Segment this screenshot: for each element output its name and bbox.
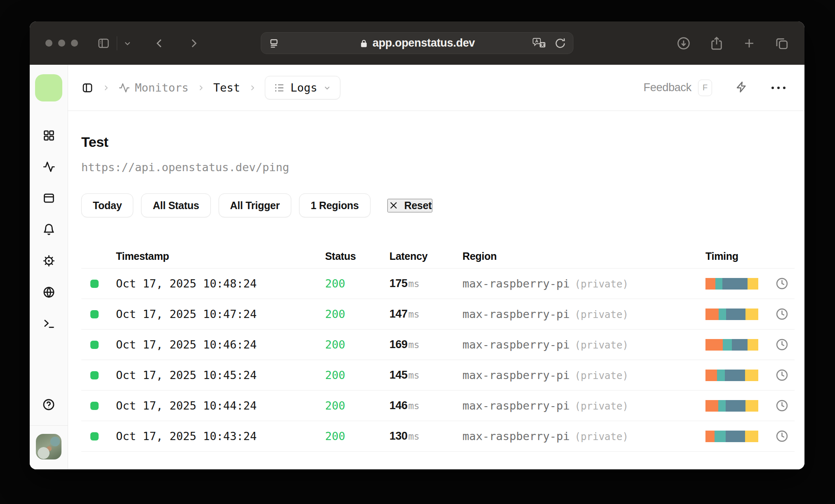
reset-filters-button[interactable]: Reset <box>387 199 433 212</box>
status-indicator-dot <box>90 402 99 410</box>
address-bar[interactable]: app.openstatus.dev <box>261 32 573 54</box>
filter-chip[interactable]: 1 Regions <box>299 193 370 217</box>
timing-segment-connect <box>718 400 726 412</box>
log-row[interactable]: Oct 17, 2025 10:43:24 200 130ms max-rasp… <box>81 421 795 452</box>
translate-icon[interactable] <box>532 37 547 49</box>
feedback-button[interactable]: Feedback F <box>644 80 712 96</box>
logs-table: Timestamp Status Latency Region Timing O… <box>81 245 795 452</box>
chevron-right-icon <box>197 84 205 92</box>
close-icon <box>388 200 399 211</box>
breadcrumb-monitors[interactable]: Monitors <box>118 81 189 94</box>
timing-segment-tls <box>726 400 746 412</box>
cell-timing <box>705 307 795 321</box>
ellipsis-menu-icon[interactable] <box>771 87 785 89</box>
close-window-button[interactable] <box>45 40 52 47</box>
cell-timestamp: Oct 17, 2025 10:44:24 <box>116 399 325 412</box>
clock-icon[interactable] <box>775 399 789 412</box>
filter-chip[interactable]: All Trigger <box>219 193 291 217</box>
cell-region: max-raspberry-pi(private) <box>462 338 705 351</box>
app-header: Monitors Test <box>68 65 804 111</box>
timing-segment-dns <box>705 431 715 442</box>
settings-gear-icon[interactable] <box>42 254 55 269</box>
clock-icon[interactable] <box>775 307 789 321</box>
cell-status: 200 <box>325 399 389 412</box>
cell-status: 200 <box>325 369 389 382</box>
cell-timing <box>705 429 795 443</box>
filter-chip[interactable]: Today <box>81 193 133 217</box>
log-row[interactable]: Oct 17, 2025 10:45:24 200 145ms max-rasp… <box>81 360 795 391</box>
timing-bar <box>705 309 758 320</box>
zap-icon[interactable] <box>735 81 748 95</box>
monitors-activity-icon[interactable] <box>42 160 55 175</box>
app-shell: Monitors Test <box>30 65 804 469</box>
cell-status: 200 <box>325 277 389 290</box>
cell-region: max-raspberry-pi(private) <box>462 277 705 290</box>
timing-segment-connect <box>715 431 726 442</box>
help-icon[interactable] <box>42 398 55 413</box>
url-text: app.openstatus.dev <box>373 37 475 49</box>
chevron-down-icon[interactable] <box>123 39 132 48</box>
timing-segment-tls <box>722 278 748 290</box>
sidebar-divider <box>30 425 68 426</box>
log-row[interactable]: Oct 17, 2025 10:48:24 200 175ms max-rasp… <box>81 268 795 299</box>
cell-status: 200 <box>325 338 389 351</box>
timing-segment-ttfb <box>745 309 758 320</box>
timing-segment-connect <box>723 339 732 351</box>
clock-icon[interactable] <box>775 277 789 290</box>
reload-icon[interactable] <box>554 37 566 49</box>
timing-segment-ttfb <box>745 431 758 442</box>
log-row[interactable]: Oct 17, 2025 10:44:24 200 146ms max-rasp… <box>81 391 795 421</box>
col-region: Region <box>462 250 705 262</box>
page-content: Test https://api.openstatus.dev/ping Tod… <box>68 111 804 452</box>
tab-overview-icon[interactable] <box>775 36 789 50</box>
forward-icon[interactable] <box>187 37 200 49</box>
timing-segment-ttfb <box>745 400 758 412</box>
clock-icon[interactable] <box>775 338 789 351</box>
sidebar-toggle-icon[interactable] <box>97 37 110 50</box>
share-icon[interactable] <box>710 36 724 50</box>
status-indicator-dot <box>90 280 99 288</box>
cell-region: max-raspberry-pi(private) <box>462 369 705 382</box>
filter-chip[interactable]: All Status <box>141 193 210 217</box>
timing-bar <box>705 370 758 381</box>
timing-bar <box>705 278 758 290</box>
status-page-icon[interactable] <box>42 192 55 206</box>
terminal-icon[interactable] <box>42 317 55 332</box>
timing-segment-dns <box>705 339 723 351</box>
minimize-window-button[interactable] <box>58 40 65 47</box>
timing-segment-tls <box>725 370 745 381</box>
user-avatar[interactable] <box>36 434 61 459</box>
timing-bar <box>705 400 758 412</box>
cell-latency: 145ms <box>389 369 462 382</box>
panel-left-icon[interactable] <box>81 82 94 94</box>
dashboard-grid-icon[interactable] <box>42 129 55 144</box>
table-body: Oct 17, 2025 10:48:24 200 175ms max-rasp… <box>81 268 795 452</box>
clock-icon[interactable] <box>775 429 789 443</box>
breadcrumb: Monitors Test <box>81 76 340 99</box>
timing-bar <box>705 339 758 351</box>
lock-icon <box>359 39 368 48</box>
log-row[interactable]: Oct 17, 2025 10:47:24 200 147ms max-rasp… <box>81 299 795 330</box>
back-icon[interactable] <box>153 37 166 49</box>
timing-segment-tls <box>726 309 745 320</box>
cell-status: 200 <box>325 430 389 443</box>
status-indicator-dot <box>90 371 99 379</box>
timing-segment-ttfb <box>748 339 758 351</box>
log-row[interactable]: Oct 17, 2025 10:46:24 200 169ms max-rasp… <box>81 330 795 360</box>
cell-latency: 130ms <box>389 430 462 443</box>
breadcrumb-monitor-name[interactable]: Test <box>213 81 240 94</box>
zoom-window-button[interactable] <box>71 40 78 47</box>
cell-status: 200 <box>325 308 389 320</box>
notifications-bell-icon[interactable] <box>42 223 55 238</box>
clock-icon[interactable] <box>775 368 789 382</box>
cell-timing <box>705 368 795 382</box>
workspace-logo[interactable] <box>35 74 62 101</box>
page-title: Test <box>81 134 795 150</box>
globe-icon[interactable] <box>42 286 55 300</box>
reader-icon[interactable] <box>268 37 280 49</box>
new-tab-icon[interactable] <box>743 37 756 50</box>
download-icon[interactable] <box>677 36 691 50</box>
chevron-down-icon <box>323 83 332 92</box>
view-selector-logs[interactable]: Logs <box>265 76 340 99</box>
workspace-logo-area <box>30 65 68 111</box>
